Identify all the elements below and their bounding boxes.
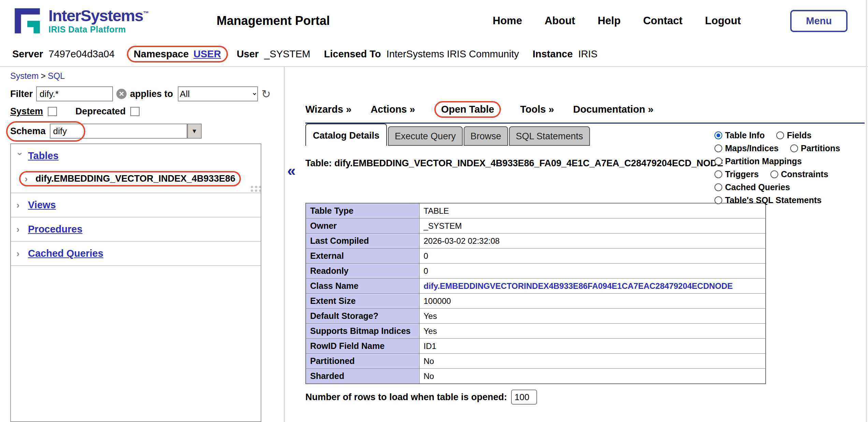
row-label: Extent Size [306, 294, 419, 309]
menu-tools[interactable]: Tools » [520, 104, 554, 115]
radio-fields[interactable]: Fields [776, 130, 811, 140]
chevron-right-icon: › [16, 200, 24, 210]
schema-input[interactable] [50, 124, 187, 139]
radio-constraints[interactable]: Constraints [770, 169, 828, 179]
tree-node-views[interactable]: › Views [11, 195, 261, 215]
chevron-right-icon: › [25, 174, 32, 184]
view-options-row: Table Info Fields [714, 130, 865, 140]
drag-grip-icon[interactable] [251, 189, 253, 192]
table-row: External0 [306, 249, 766, 264]
licensed-to-value: InterSystems IRIS Community [387, 48, 519, 60]
table-row: RowID Field NameID1 [306, 339, 766, 354]
nav-logout[interactable]: Logout [705, 15, 741, 27]
tab-catalog-details[interactable]: Catalog Details [305, 124, 387, 146]
row-value: ID1 [419, 339, 766, 354]
menu-actions[interactable]: Actions » [371, 104, 415, 115]
deprecated-checkbox[interactable] [130, 107, 140, 116]
tab-sql-statements[interactable]: SQL Statements [509, 126, 590, 146]
tab-browse[interactable]: Browse [464, 126, 508, 146]
catalog-panel: Catalog Details Execute Query Browse SQL… [305, 124, 868, 405]
system-checkbox-label: System [10, 106, 43, 117]
header-bar: InterSystems™ IRIS Data Platform Managem… [0, 0, 868, 42]
server-label: Server [12, 48, 43, 60]
chevron-down-icon: › [15, 152, 25, 160]
menu-documentation[interactable]: Documentation » [573, 104, 653, 115]
tree-node-tables[interactable]: › Tables [11, 145, 261, 166]
content-area: System>SQL Filter ✕ applies to All ↻ Sys… [0, 67, 868, 422]
nav-contact[interactable]: Contact [643, 15, 682, 27]
rows-to-load-row: Number of rows to load when table is ope… [305, 390, 868, 405]
class-name-link[interactable]: dify.EMBEDDINGVECTORINDEX4B933E86FA094E1… [424, 281, 733, 291]
breadcrumb-separator: > [41, 71, 46, 81]
row-value: 0 [419, 249, 766, 264]
row-value: No [419, 369, 766, 384]
row-value: TABLE [419, 203, 766, 219]
chevron-right-icon: › [16, 249, 24, 258]
user-value: _SYSTEM [264, 48, 310, 60]
collapse-panel-icon[interactable]: « [287, 163, 295, 178]
radio-triggers[interactable]: Triggers [714, 169, 759, 179]
row-label: Supports Bitmap Indices [306, 324, 419, 339]
applies-to-label: applies to [130, 89, 173, 99]
server-group: Server 7497e04d3a04 [12, 48, 115, 60]
nav-home[interactable]: Home [493, 15, 522, 27]
top-nav: Home About Help Contact Logout [493, 15, 741, 27]
instance-value: IRIS [578, 48, 597, 60]
sidebar: System>SQL Filter ✕ applies to All ↻ Sys… [0, 67, 285, 422]
radio-icon [770, 170, 778, 178]
row-label: Readonly [306, 264, 419, 279]
menu-open-table[interactable]: Open Table [441, 104, 494, 115]
row-label: RowID Field Name [306, 339, 419, 354]
system-checkbox[interactable] [48, 107, 57, 116]
radio-partitions[interactable]: Partitions [790, 143, 840, 153]
radio-tables-sql-statements[interactable]: Table's SQL Statements [714, 195, 822, 205]
licensed-to-label: Licensed To [324, 48, 381, 60]
cached-queries-link: Cached Queries [28, 248, 103, 259]
radio-icon [776, 131, 784, 139]
rows-to-load-input[interactable] [511, 390, 537, 405]
nav-help[interactable]: Help [598, 15, 621, 27]
applies-to-select[interactable]: All [178, 86, 258, 101]
menu-wizards[interactable]: Wizards » [305, 104, 351, 115]
radio-table-info[interactable]: Table Info [714, 130, 765, 140]
table-row: Supports Bitmap IndicesYes [306, 324, 766, 339]
table-row: Class Namedify.EMBEDDINGVECTORINDEX4B933… [306, 279, 766, 294]
clear-filter-icon[interactable]: ✕ [116, 89, 127, 99]
tree-node-cached-queries[interactable]: › Cached Queries [11, 243, 261, 264]
row-label: Class Name [306, 279, 419, 294]
row-value: 100000 [419, 294, 766, 309]
breadcrumb-sql[interactable]: SQL [48, 71, 65, 81]
chevron-right-icon: › [16, 225, 24, 234]
radio-label: Table Info [725, 130, 765, 140]
radio-label: Cached Queries [725, 182, 790, 192]
page-title: Management Portal [217, 14, 330, 28]
annotation-open-table: Open Table [434, 101, 501, 118]
filter-input[interactable] [36, 86, 113, 101]
radio-icon [714, 157, 722, 165]
deprecated-checkbox-label: Deprecated [75, 106, 126, 117]
rows-to-load-label: Number of rows to load when table is ope… [305, 392, 507, 403]
view-options-row: Maps/Indices Partitions [714, 143, 865, 153]
menu-button[interactable]: Menu [790, 10, 848, 32]
radio-icon [790, 144, 798, 152]
row-label: Default Storage? [306, 309, 419, 324]
namespace-link[interactable]: USER [193, 48, 221, 60]
intersystems-logo[interactable]: InterSystems™ IRIS Data Platform [12, 5, 148, 37]
radio-cached-queries[interactable]: Cached Queries [714, 182, 790, 192]
nav-about[interactable]: About [545, 15, 575, 27]
tree-node-procedures[interactable]: › Procedures [11, 219, 261, 240]
tab-execute-query[interactable]: Execute Query [388, 126, 463, 146]
view-options-row: Partition Mappings [714, 156, 865, 166]
schema-dropdown-arrow-icon[interactable]: ▼ [187, 124, 202, 139]
table-row: Default Storage?Yes [306, 309, 766, 324]
radio-icon [714, 183, 722, 191]
view-options-row: Triggers Constraints [714, 169, 865, 179]
refresh-icon[interactable]: ↻ [261, 87, 271, 101]
radio-partition-mappings[interactable]: Partition Mappings [714, 156, 802, 166]
breadcrumb-system[interactable]: System [10, 71, 39, 81]
radio-maps-indices[interactable]: Maps/Indices [714, 143, 779, 153]
scrollbar-track[interactable] [866, 0, 867, 422]
tree-item-table[interactable]: › dify.EMBEDDING_VECTOR_INDEX_4B933E86 [11, 166, 261, 191]
tree-group-views: › Views [11, 193, 261, 217]
table-row: Last Compiled2026-03-02 02:32:08 [306, 234, 766, 249]
